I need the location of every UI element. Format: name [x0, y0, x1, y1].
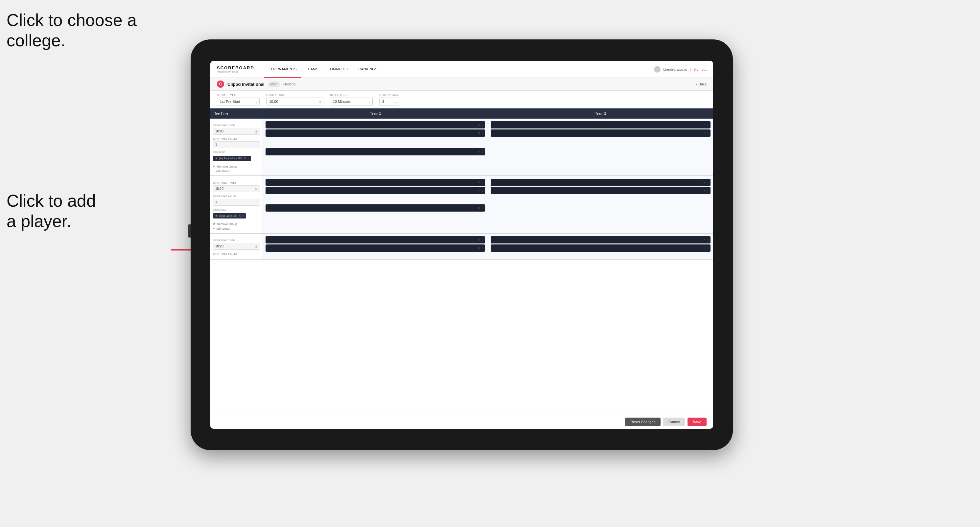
starting-hole-label-3: STARTING HOLE:	[213, 252, 260, 255]
starting-time-label-3: STARTING TIME:	[213, 239, 260, 242]
intervals-select[interactable]: 10 Minutes	[330, 98, 373, 105]
remove-group-1[interactable]: ↺ Remove Group	[213, 165, 260, 168]
start-time-group: Start Time ◍	[266, 93, 323, 105]
player-slot[interactable]: ✕ ↕	[266, 179, 485, 186]
player-slot[interactable]: ✕ ↕	[266, 204, 485, 211]
starting-time-label-2: STARTING TIME:	[213, 181, 260, 184]
player-slot[interactable]: ✕ ↕	[491, 244, 711, 252]
player-slot[interactable]: ✕ ↕	[491, 236, 711, 243]
avatar	[654, 66, 660, 73]
player-slot[interactable]: ✕ ↕	[266, 244, 485, 252]
intervals-label: Intervals	[330, 93, 373, 97]
tee-left-2: STARTING TIME: 10:10 ◍ STARTING HOLE: 1 …	[210, 176, 263, 233]
player-slot[interactable]: ✕ ↕	[266, 187, 485, 194]
player-slot[interactable]: ✕ ↕	[266, 121, 485, 129]
cancel-button[interactable]: Cancel	[663, 417, 685, 426]
team1-row2: ✕ ↕ ✕ ↕ ✕ ↕	[263, 176, 488, 233]
intervals-group: Intervals 10 Minutes	[330, 93, 373, 105]
starting-hole-label-1: STARTING HOLE:	[213, 137, 260, 140]
team1-row3: ✕ ↕ ✕ ↕	[263, 233, 488, 259]
team2-row3: ✕ ↕ ✕ ↕	[488, 233, 713, 259]
starting-time-value-1[interactable]: 10:00 ◍	[213, 128, 260, 135]
tournament-title: Clippd Invitational	[228, 82, 264, 87]
nav-right: blair@clippd.io | Sign out	[654, 66, 706, 73]
tee-left-3: STARTING TIME: 10:20 ◍ STARTING HOLE:	[210, 233, 263, 259]
player-slot[interactable]: ✕ ↕	[266, 129, 485, 137]
group-size-select[interactable]: 3	[379, 98, 399, 105]
start-time-input[interactable]	[266, 98, 323, 105]
player-slot[interactable]: ✕ ↕	[266, 148, 485, 156]
table-body: STARTING TIME: 10:00 ◍ STARTING HOLE: 1 …	[210, 119, 713, 414]
team2-row2: ✕ ↕ ✕ ↕	[488, 176, 713, 233]
annotation-top: Click to choose a college.	[6, 10, 137, 51]
starting-time-label-1: STARTING TIME:	[213, 124, 260, 127]
add-group-2[interactable]: + Add Group	[213, 227, 260, 230]
team2-row1: ✕ ↕ ✕ ↕	[488, 119, 713, 175]
logo-title: SCOREBOARD	[217, 65, 255, 70]
player-slot[interactable]: ✕ ↕	[491, 121, 711, 129]
tablet-screen: SCOREBOARD Powered by clippd TOURNAMENTS…	[210, 61, 713, 429]
start-type-group: Start Type 1st Tee Start	[217, 93, 259, 105]
player-slot[interactable]: ✕ ↕	[491, 187, 711, 194]
bottom-bar: Reset Changes Cancel Save	[210, 414, 713, 429]
top-nav: SCOREBOARD Powered by clippd TOURNAMENTS…	[210, 61, 713, 78]
back-button[interactable]: ‹ Back	[696, 82, 706, 86]
sub-logo: C	[217, 81, 224, 88]
separator: |	[690, 67, 691, 71]
player-slot[interactable]: ✕ ↕	[266, 236, 485, 243]
content-area: Tee Time Team 1 Team 2 STARTING TIME: 10…	[210, 108, 713, 414]
course-tag-1[interactable]: ★ (A) Peachtree GC ✕ ↕	[213, 156, 251, 161]
sub-header: C Clippd Invitational Men Hosting ‹ Back	[210, 78, 713, 90]
group-size-group: Group Size 3	[379, 93, 399, 105]
nav-links: TOURNAMENTS TEAMS COMMITTEE RANKINGS	[264, 61, 654, 78]
group-size-label: Group Size	[379, 93, 399, 97]
start-type-label: Start Type	[217, 93, 259, 97]
save-button[interactable]: Save	[687, 417, 706, 426]
table-header: Tee Time Team 1 Team 2	[210, 108, 713, 119]
annotation-bottom: Click to add a player.	[6, 190, 96, 232]
table-row: STARTING TIME: 10:20 ◍ STARTING HOLE: ✕ …	[210, 233, 713, 260]
logo-sub: Powered by clippd	[217, 70, 255, 73]
starting-hole-value-2[interactable]: 1 ↕	[213, 199, 260, 206]
col-team1: Team 1	[263, 108, 488, 119]
start-time-label: Start Time	[266, 93, 323, 97]
team1-row1: ✕ ↕ ✕ ↕ ✕ ↕	[263, 119, 488, 175]
gender-badge: Men	[268, 81, 280, 87]
nav-teams[interactable]: TEAMS	[301, 61, 323, 78]
course-label-1: COURSE:	[213, 151, 260, 154]
table-row: STARTING TIME: 10:10 ◍ STARTING HOLE: 1 …	[210, 176, 713, 233]
nav-tournaments[interactable]: TOURNAMENTS	[264, 61, 301, 78]
sign-out-link[interactable]: Sign out	[694, 67, 706, 71]
starting-hole-value-1[interactable]: 1 ↕	[213, 141, 260, 148]
add-group-1[interactable]: + Add Group	[213, 170, 260, 173]
nav-rankings[interactable]: RANKINGS	[354, 61, 382, 78]
table-row: STARTING TIME: 10:00 ◍ STARTING HOLE: 1 …	[210, 119, 713, 176]
player-slot[interactable]: ✕ ↕	[491, 129, 711, 137]
tee-left-1: STARTING TIME: 10:00 ◍ STARTING HOLE: 1 …	[210, 119, 263, 175]
tablet-frame: SCOREBOARD Powered by clippd TOURNAMENTS…	[191, 40, 733, 450]
col-tee-time: Tee Time	[210, 108, 263, 119]
remove-group-2[interactable]: ↺ Remove Group	[213, 222, 260, 226]
form-bar: Start Type 1st Tee Start Start Time ◍ In…	[210, 90, 713, 108]
starting-time-value-3[interactable]: 10:20 ◍	[213, 243, 260, 250]
clock-icon: ◍	[319, 100, 321, 103]
hosting-label: Hosting	[283, 82, 296, 86]
user-email: blair@clippd.io	[663, 67, 687, 71]
course-label-2: COURSE:	[213, 208, 260, 211]
reset-button[interactable]: Reset Changes	[625, 417, 660, 426]
logo-area: SCOREBOARD Powered by clippd	[217, 65, 255, 73]
player-slot[interactable]: ✕ ↕	[491, 179, 711, 186]
nav-committee[interactable]: COMMITTEE	[323, 61, 354, 78]
start-type-select[interactable]: 1st Tee Start	[217, 98, 259, 105]
starting-time-value-2[interactable]: 10:10 ◍	[213, 185, 260, 192]
course-tag-2[interactable]: ★ East Lake GC ✕ ↕	[213, 213, 246, 219]
starting-hole-label-2: STARTING HOLE:	[213, 195, 260, 198]
col-team2: Team 2	[488, 108, 713, 119]
